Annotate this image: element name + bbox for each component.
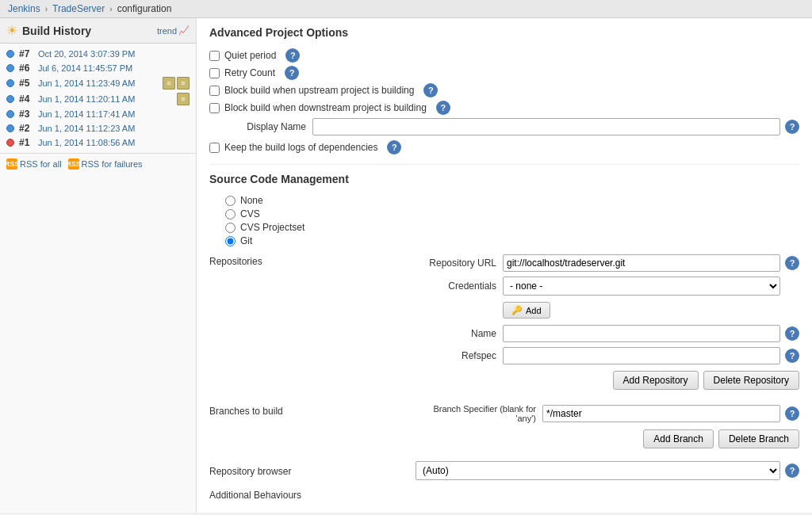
add-branch-button[interactable]: Add Branch bbox=[643, 429, 714, 448]
build-status-dot bbox=[6, 95, 14, 103]
retry-count-checkbox[interactable] bbox=[209, 68, 220, 78]
repo-url-input[interactable] bbox=[503, 254, 780, 272]
repo-browser-content: (Auto) ? bbox=[416, 461, 799, 480]
scm-none-row: None bbox=[225, 195, 799, 206]
refspec-help[interactable]: ? bbox=[785, 349, 799, 363]
keep-build-logs-checkbox[interactable] bbox=[209, 143, 220, 153]
additional-behaviours-section: Additional Behaviours bbox=[209, 488, 799, 501]
credentials-select[interactable]: - none - bbox=[503, 277, 780, 296]
repo-url-label: Repository URL bbox=[416, 258, 503, 269]
add-repository-button[interactable]: Add Repository bbox=[613, 371, 699, 390]
scm-cvs-row: CVS bbox=[225, 208, 799, 219]
block-upstream-checkbox[interactable] bbox=[209, 86, 220, 96]
quiet-period-row: Quiet period ? bbox=[209, 48, 799, 63]
add-credentials-row: 🔑 Add bbox=[503, 300, 799, 319]
add-credentials-button[interactable]: 🔑 Add bbox=[503, 302, 550, 319]
repo-browser-help[interactable]: ? bbox=[785, 464, 799, 478]
rss-all-icon: RSS bbox=[6, 158, 17, 170]
build-number: #7 bbox=[19, 48, 33, 59]
scm-none-label: None bbox=[240, 195, 263, 206]
build-status-dot bbox=[6, 139, 14, 147]
additional-behaviours-label-col: Additional Behaviours bbox=[209, 488, 416, 501]
quiet-period-help[interactable]: ? bbox=[285, 48, 300, 63]
build-date-link[interactable]: Jun 1, 2014 11:17:41 AM bbox=[38, 109, 135, 119]
name-help[interactable]: ? bbox=[785, 326, 799, 341]
refspec-row: Refspec ? bbox=[416, 347, 799, 364]
branch-specifier-row: Branch Specifier (blank for 'any') ? bbox=[416, 404, 799, 423]
breadcrumb-tradeserver[interactable]: TradeServer bbox=[52, 3, 105, 14]
build-number: #4 bbox=[19, 93, 33, 105]
repo-url-help[interactable]: ? bbox=[785, 256, 799, 270]
branch-action-buttons: Add Branch Delete Branch bbox=[416, 429, 799, 448]
block-downstream-label: Block build when downstream project is b… bbox=[224, 102, 427, 113]
block-upstream-help[interactable]: ? bbox=[423, 83, 438, 97]
sidebar: ☀ Build History trend 📈 #7Oct 20, 2014 3… bbox=[0, 18, 197, 513]
branch-specifier-label: Branch Specifier (blank for 'any') bbox=[416, 404, 542, 423]
build-number: #3 bbox=[19, 109, 33, 120]
retry-count-help[interactable]: ? bbox=[285, 66, 299, 80]
rss-failures-link[interactable]: RSS RSS for failures bbox=[68, 158, 143, 170]
repo-browser-select[interactable]: (Auto) bbox=[416, 461, 780, 480]
repo-browser-label: Repository browser bbox=[209, 466, 291, 477]
scm-cvs-radio[interactable] bbox=[225, 209, 236, 219]
rss-all-link[interactable]: RSS RSS for all bbox=[6, 158, 62, 170]
quiet-period-checkbox[interactable] bbox=[209, 51, 220, 61]
build-list: #7Oct 20, 2014 3:07:39 PM#6Jul 6, 2014 1… bbox=[0, 44, 196, 153]
build-status-dot bbox=[6, 124, 14, 132]
build-date-link[interactable]: Jul 6, 2014 11:45:57 PM bbox=[38, 63, 132, 73]
delete-repository-button[interactable]: Delete Repository bbox=[703, 371, 799, 390]
repo-url-row: Repository URL ? bbox=[416, 254, 799, 272]
build-date-link[interactable]: Jun 1, 2014 11:12:23 AM bbox=[38, 124, 135, 133]
sidebar-header: ☀ Build History trend 📈 bbox=[0, 18, 196, 44]
build-doc-icon: ≡ bbox=[177, 93, 190, 105]
build-item: #3Jun 1, 2014 11:17:41 AM bbox=[0, 107, 196, 121]
delete-branch-button[interactable]: Delete Branch bbox=[718, 429, 799, 448]
scm-options: None CVS CVS Projectset Git bbox=[225, 195, 799, 246]
name-input[interactable] bbox=[503, 325, 780, 342]
block-downstream-checkbox[interactable] bbox=[209, 103, 220, 113]
rss-failures-label: RSS for failures bbox=[82, 159, 143, 169]
build-number: #6 bbox=[19, 63, 33, 74]
refspec-input[interactable] bbox=[503, 347, 780, 364]
branches-label-col: Branches to build bbox=[209, 404, 416, 417]
build-item: #6Jul 6, 2014 11:45:57 PM bbox=[0, 61, 196, 75]
trend-link[interactable]: trend 📈 bbox=[157, 25, 190, 36]
add-credentials-icon: 🔑 bbox=[511, 305, 523, 315]
build-status-dot bbox=[6, 79, 14, 87]
build-date-link[interactable]: Jun 1, 2014 11:08:56 AM bbox=[38, 138, 135, 147]
advanced-options-title: Advanced Project Options bbox=[209, 26, 799, 42]
add-credentials-label: Add bbox=[526, 306, 542, 315]
display-name-input[interactable] bbox=[312, 118, 780, 135]
build-icon-container: ≡ bbox=[177, 93, 190, 105]
scm-none-radio[interactable] bbox=[225, 196, 236, 206]
sidebar-title: Build History bbox=[22, 25, 91, 37]
build-status-dot bbox=[6, 110, 14, 118]
branches-section: Branches to build Branch Specifier (blan… bbox=[209, 404, 799, 455]
block-downstream-row: Block build when downstream project is b… bbox=[209, 101, 799, 115]
scm-cvs-projectset-radio[interactable] bbox=[225, 223, 236, 233]
branch-specifier-help[interactable]: ? bbox=[785, 406, 799, 421]
content-area: Advanced Project Options Quiet period ? … bbox=[197, 18, 812, 513]
branches-content: Branch Specifier (blank for 'any') ? Add… bbox=[416, 404, 799, 455]
build-date-link[interactable]: Jun 1, 2014 11:23:49 AM bbox=[38, 78, 135, 88]
quiet-period-label: Quiet period bbox=[224, 50, 276, 61]
build-item: #7Oct 20, 2014 3:07:39 PM bbox=[0, 47, 196, 61]
display-name-help[interactable]: ? bbox=[785, 120, 799, 134]
breadcrumb-configuration: configuration bbox=[117, 3, 172, 14]
display-name-row: Display Name ? bbox=[209, 118, 799, 135]
scm-section: Source Code Management None CVS CVS Proj… bbox=[209, 164, 799, 501]
repositories-label-col: Repositories bbox=[209, 254, 416, 267]
scm-git-radio[interactable] bbox=[225, 236, 236, 246]
block-upstream-label: Block build when upstream project is bui… bbox=[224, 85, 414, 96]
keep-build-logs-help[interactable]: ? bbox=[387, 140, 401, 154]
build-date-link[interactable]: Oct 20, 2014 3:07:39 PM bbox=[38, 49, 135, 59]
scm-cvs-label: CVS bbox=[240, 208, 260, 219]
build-item: #1Jun 1, 2014 11:08:56 AM bbox=[0, 135, 196, 150]
build-date-link[interactable]: Jun 1, 2014 11:20:11 AM bbox=[38, 94, 135, 104]
breadcrumb: Jenkins › TradeServer › configuration bbox=[0, 0, 812, 18]
breadcrumb-jenkins[interactable]: Jenkins bbox=[8, 3, 40, 14]
build-number: #5 bbox=[19, 78, 33, 89]
branch-specifier-input[interactable] bbox=[542, 405, 780, 422]
block-downstream-help[interactable]: ? bbox=[436, 101, 450, 115]
build-item: #4Jun 1, 2014 11:20:11 AM≡ bbox=[0, 91, 196, 107]
